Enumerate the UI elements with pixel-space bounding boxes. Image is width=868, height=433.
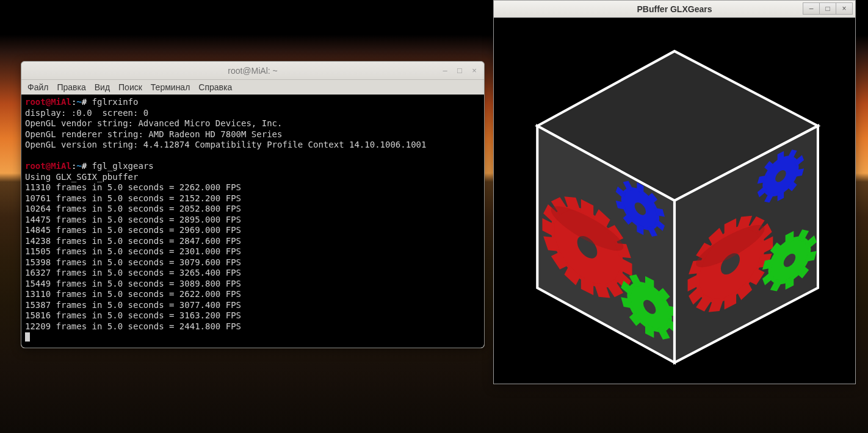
glxgears-viewport (494, 18, 855, 384)
terminal-window-controls: – □ × (439, 64, 480, 76)
glxgears-titlebar[interactable]: PBuffer GLXGears – □ × (494, 1, 855, 18)
glxgears-title: PBuffer GLXGears (637, 4, 712, 14)
menu-file[interactable]: Файл (27, 82, 48, 92)
minimize-button[interactable]: – (439, 64, 451, 76)
close-button[interactable]: × (836, 2, 853, 15)
glxgears-cube (500, 24, 849, 378)
close-button[interactable]: × (468, 64, 480, 76)
menu-help[interactable]: Справка (198, 82, 232, 92)
glxgears-window: PBuffer GLXGears – □ × (493, 0, 856, 384)
minimize-button[interactable]: – (803, 2, 820, 15)
maximize-button[interactable]: □ (819, 2, 836, 15)
terminal-title: root@MiAl: ~ (228, 66, 278, 76)
menu-view[interactable]: Вид (95, 82, 110, 92)
menu-search[interactable]: Поиск (118, 82, 142, 92)
maximize-button[interactable]: □ (454, 64, 466, 76)
terminal-titlebar[interactable]: root@MiAl: ~ – □ × (21, 62, 484, 80)
terminal-window: root@MiAl: ~ – □ × Файл Правка Вид Поиск… (21, 61, 485, 348)
terminal-menubar: Файл Правка Вид Поиск Терминал Справка (21, 80, 484, 95)
menu-edit[interactable]: Правка (57, 82, 85, 92)
menu-terminal[interactable]: Терминал (151, 82, 190, 92)
terminal-output[interactable]: root@MiAl:~# fglrxinfo display: :0.0 scr… (21, 95, 484, 348)
glxgears-window-controls: – □ × (803, 2, 853, 15)
